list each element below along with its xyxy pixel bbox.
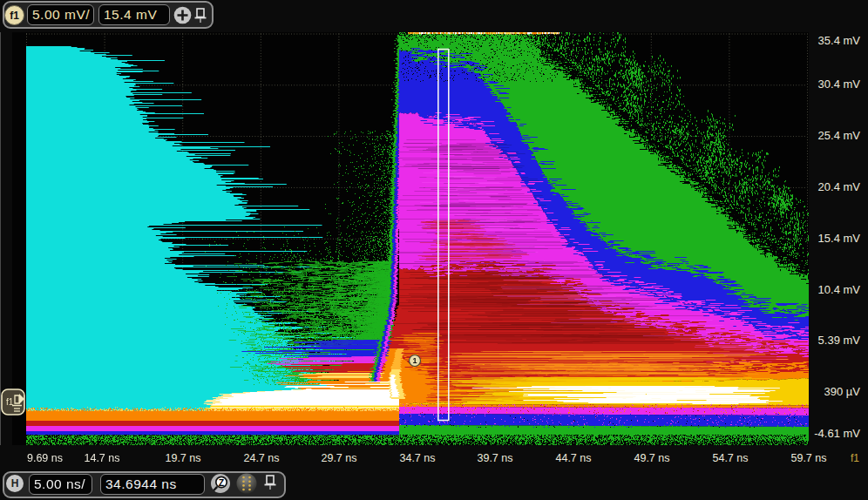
svg-text:Z: Z <box>219 477 225 488</box>
